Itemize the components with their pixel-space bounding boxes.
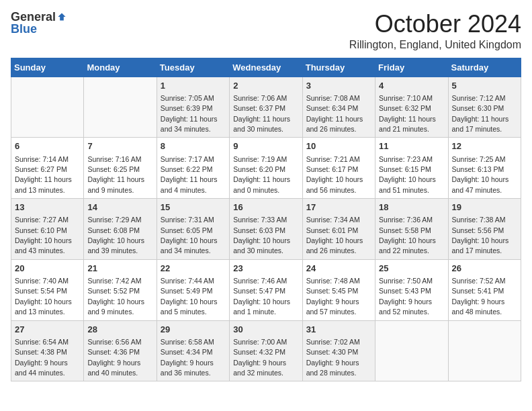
calendar-cell: [448, 320, 521, 381]
day-info: Sunrise: 7:10 AM Sunset: 6:32 PM Dayligh…: [379, 94, 436, 133]
calendar-header-sunday: Sunday: [11, 58, 84, 77]
day-number: 29: [161, 324, 226, 336]
day-number: 20: [15, 263, 80, 275]
calendar-week-row: 20Sunrise: 7:40 AM Sunset: 5:54 PM Dayli…: [11, 259, 521, 320]
calendar-cell: 12Sunrise: 7:25 AM Sunset: 6:13 PM Dayli…: [448, 138, 521, 199]
calendar-cell: 16Sunrise: 7:33 AM Sunset: 6:03 PM Dayli…: [230, 199, 302, 260]
day-info: Sunrise: 7:48 AM Sunset: 5:45 PM Dayligh…: [306, 277, 360, 316]
calendar-cell: [84, 77, 157, 138]
day-number: 15: [161, 201, 226, 214]
location-title: Rillington, England, United Kingdom: [349, 39, 521, 51]
calendar-cell: 6Sunrise: 7:14 AM Sunset: 6:27 PM Daylig…: [11, 138, 84, 199]
calendar-cell: 18Sunrise: 7:36 AM Sunset: 5:58 PM Dayli…: [375, 199, 448, 260]
day-info: Sunrise: 7:34 AM Sunset: 6:01 PM Dayligh…: [306, 216, 363, 255]
calendar-header-friday: Friday: [375, 58, 448, 77]
day-info: Sunrise: 7:00 AM Sunset: 4:32 PM Dayligh…: [233, 338, 287, 377]
calendar-cell: 19Sunrise: 7:38 AM Sunset: 5:56 PM Dayli…: [448, 199, 521, 260]
day-info: Sunrise: 7:25 AM Sunset: 6:13 PM Dayligh…: [452, 155, 509, 194]
title-area: October 2024 Rillington, England, United…: [349, 11, 521, 51]
day-number: 2: [233, 80, 298, 92]
day-info: Sunrise: 7:50 AM Sunset: 5:43 PM Dayligh…: [379, 277, 433, 316]
day-info: Sunrise: 7:44 AM Sunset: 5:49 PM Dayligh…: [161, 277, 218, 316]
day-info: Sunrise: 7:02 AM Sunset: 4:30 PM Dayligh…: [306, 338, 360, 377]
logo-general: General: [11, 11, 56, 23]
calendar-cell: 14Sunrise: 7:29 AM Sunset: 6:08 PM Dayli…: [84, 199, 157, 260]
calendar-cell: 21Sunrise: 7:42 AM Sunset: 5:52 PM Dayli…: [84, 259, 157, 320]
calendar-cell: 24Sunrise: 7:48 AM Sunset: 5:45 PM Dayli…: [302, 259, 375, 320]
day-number: 28: [87, 324, 152, 336]
day-number: 19: [452, 201, 517, 214]
day-number: 23: [233, 263, 298, 275]
svg-marker-0: [58, 13, 65, 20]
day-info: Sunrise: 7:14 AM Sunset: 6:27 PM Dayligh…: [15, 155, 72, 194]
calendar-cell: 10Sunrise: 7:21 AM Sunset: 6:17 PM Dayli…: [302, 138, 375, 199]
day-number: 27: [15, 324, 80, 336]
calendar-cell: 9Sunrise: 7:19 AM Sunset: 6:20 PM Daylig…: [230, 138, 302, 199]
calendar-cell: [375, 320, 448, 381]
day-info: Sunrise: 6:54 AM Sunset: 4:38 PM Dayligh…: [15, 338, 69, 377]
day-number: 3: [306, 80, 371, 92]
day-info: Sunrise: 7:52 AM Sunset: 5:41 PM Dayligh…: [452, 277, 506, 316]
logo-blue: Blue: [11, 23, 37, 35]
day-number: 9: [233, 140, 298, 152]
logo: General Blue: [11, 11, 66, 35]
day-info: Sunrise: 7:31 AM Sunset: 6:05 PM Dayligh…: [161, 216, 218, 255]
calendar-week-row: 27Sunrise: 6:54 AM Sunset: 4:38 PM Dayli…: [11, 320, 521, 381]
day-number: 17: [306, 201, 371, 214]
header: General Blue October 2024 Rillington, En…: [11, 11, 521, 51]
day-info: Sunrise: 6:58 AM Sunset: 4:34 PM Dayligh…: [161, 338, 214, 377]
day-number: 5: [452, 80, 517, 92]
day-info: Sunrise: 7:17 AM Sunset: 6:22 PM Dayligh…: [161, 155, 218, 194]
day-number: 31: [306, 324, 371, 336]
calendar-cell: [11, 77, 84, 138]
calendar-cell: 28Sunrise: 6:56 AM Sunset: 4:36 PM Dayli…: [84, 320, 157, 381]
calendar-cell: 1Sunrise: 7:05 AM Sunset: 6:39 PM Daylig…: [157, 77, 229, 138]
calendar-cell: 22Sunrise: 7:44 AM Sunset: 5:49 PM Dayli…: [157, 259, 229, 320]
day-number: 25: [379, 263, 444, 275]
calendar-week-row: 13Sunrise: 7:27 AM Sunset: 6:10 PM Dayli…: [11, 199, 521, 260]
day-info: Sunrise: 7:36 AM Sunset: 5:58 PM Dayligh…: [379, 216, 436, 255]
day-info: Sunrise: 7:27 AM Sunset: 6:10 PM Dayligh…: [15, 216, 72, 255]
calendar-cell: 27Sunrise: 6:54 AM Sunset: 4:38 PM Dayli…: [11, 320, 84, 381]
month-title: October 2024: [349, 11, 521, 38]
calendar-cell: 8Sunrise: 7:17 AM Sunset: 6:22 PM Daylig…: [157, 138, 229, 199]
calendar-cell: 17Sunrise: 7:34 AM Sunset: 6:01 PM Dayli…: [302, 199, 375, 260]
calendar-cell: 13Sunrise: 7:27 AM Sunset: 6:10 PM Dayli…: [11, 199, 84, 260]
calendar-cell: 15Sunrise: 7:31 AM Sunset: 6:05 PM Dayli…: [157, 199, 229, 260]
day-number: 4: [379, 80, 444, 92]
day-number: 14: [87, 201, 152, 214]
day-info: Sunrise: 7:08 AM Sunset: 6:34 PM Dayligh…: [306, 94, 363, 133]
calendar-cell: 29Sunrise: 6:58 AM Sunset: 4:34 PM Dayli…: [157, 320, 229, 381]
day-info: Sunrise: 7:23 AM Sunset: 6:15 PM Dayligh…: [379, 155, 436, 194]
day-number: 18: [379, 201, 444, 214]
day-info: Sunrise: 7:42 AM Sunset: 5:52 PM Dayligh…: [87, 277, 144, 316]
calendar-week-row: 1Sunrise: 7:05 AM Sunset: 6:39 PM Daylig…: [11, 77, 521, 138]
calendar-cell: 20Sunrise: 7:40 AM Sunset: 5:54 PM Dayli…: [11, 259, 84, 320]
day-info: Sunrise: 7:05 AM Sunset: 6:39 PM Dayligh…: [161, 94, 218, 133]
calendar-cell: 3Sunrise: 7:08 AM Sunset: 6:34 PM Daylig…: [302, 77, 375, 138]
calendar-header-wednesday: Wednesday: [230, 58, 302, 77]
calendar-cell: 7Sunrise: 7:16 AM Sunset: 6:25 PM Daylig…: [84, 138, 157, 199]
calendar-cell: 23Sunrise: 7:46 AM Sunset: 5:47 PM Dayli…: [230, 259, 302, 320]
calendar-cell: 25Sunrise: 7:50 AM Sunset: 5:43 PM Dayli…: [375, 259, 448, 320]
day-number: 24: [306, 263, 371, 275]
day-number: 30: [233, 324, 298, 336]
day-info: Sunrise: 7:21 AM Sunset: 6:17 PM Dayligh…: [306, 155, 363, 194]
day-number: 1: [161, 80, 226, 92]
day-info: Sunrise: 7:38 AM Sunset: 5:56 PM Dayligh…: [452, 216, 509, 255]
day-info: Sunrise: 7:29 AM Sunset: 6:08 PM Dayligh…: [87, 216, 144, 255]
calendar-cell: 30Sunrise: 7:00 AM Sunset: 4:32 PM Dayli…: [230, 320, 302, 381]
day-info: Sunrise: 6:56 AM Sunset: 4:36 PM Dayligh…: [87, 338, 141, 377]
calendar-cell: 2Sunrise: 7:06 AM Sunset: 6:37 PM Daylig…: [230, 77, 302, 138]
calendar-header-monday: Monday: [84, 58, 157, 77]
calendar-cell: 5Sunrise: 7:12 AM Sunset: 6:30 PM Daylig…: [448, 77, 521, 138]
day-number: 21: [87, 263, 152, 275]
calendar-cell: 31Sunrise: 7:02 AM Sunset: 4:30 PM Dayli…: [302, 320, 375, 381]
day-info: Sunrise: 7:19 AM Sunset: 6:20 PM Dayligh…: [233, 155, 290, 194]
day-info: Sunrise: 7:06 AM Sunset: 6:37 PM Dayligh…: [233, 94, 290, 133]
day-number: 26: [452, 263, 517, 275]
day-info: Sunrise: 7:33 AM Sunset: 6:03 PM Dayligh…: [233, 216, 290, 255]
calendar: SundayMondayTuesdayWednesdayThursdayFrid…: [11, 58, 521, 382]
day-info: Sunrise: 7:16 AM Sunset: 6:25 PM Dayligh…: [87, 155, 144, 194]
calendar-week-row: 6Sunrise: 7:14 AM Sunset: 6:27 PM Daylig…: [11, 138, 521, 199]
